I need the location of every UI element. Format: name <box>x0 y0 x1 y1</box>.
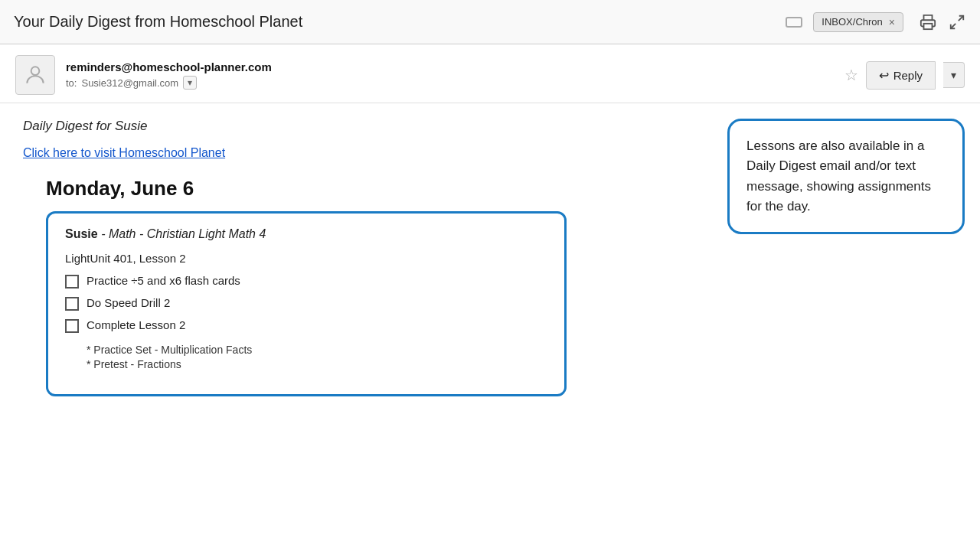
email-title: Your Daily Digest from Homeschool Planet <box>14 13 786 31</box>
expand-icon[interactable] <box>948 13 966 31</box>
reply-label: Reply <box>893 69 923 82</box>
svg-rect-0 <box>924 23 933 28</box>
lesson-unit: LightUnit 401, Lesson 2 <box>65 252 547 265</box>
task-checkbox-3[interactable] <box>65 319 79 333</box>
toolbar-icons <box>919 13 966 31</box>
to-dropdown-button[interactable]: ▾ <box>183 76 197 90</box>
svg-line-2 <box>951 23 956 28</box>
svg-point-3 <box>31 67 40 75</box>
task-item: Complete Lesson 2 * Practice Set - Multi… <box>65 318 547 373</box>
task-checkbox-1[interactable] <box>65 275 79 289</box>
lesson-subject: Susie - Math - Christian Light Math 4 <box>65 227 547 241</box>
to-label: to: <box>66 77 77 89</box>
task-label-1: Practice ÷5 and x6 flash cards <box>87 274 240 287</box>
star-button[interactable]: ☆ <box>844 66 858 84</box>
inbox-tab[interactable]: INBOX/Chron × <box>813 12 903 32</box>
task-checkbox-2[interactable] <box>65 297 79 311</box>
reply-dropdown-button[interactable]: ▾ <box>943 62 965 88</box>
task-item: Do Speed Drill 2 <box>65 296 547 311</box>
svg-line-1 <box>959 15 963 20</box>
lesson-card: Susie - Math - Christian Light Math 4 Li… <box>46 211 567 396</box>
sub-tasks: * Practice Set - Multiplication Facts * … <box>87 344 252 373</box>
reply-arrow-icon: ↩ <box>879 68 889 83</box>
title-bar: Your Daily Digest from Homeschool Planet… <box>0 0 980 44</box>
student-name: Susie <box>65 227 98 240</box>
email-body: Daily Digest for Susie Click here to vis… <box>0 103 980 412</box>
to-address: Susie312@gmail.com <box>81 77 178 89</box>
sender-to: to: Susie312@gmail.com ▾ <box>66 76 844 90</box>
visit-homeschool-link[interactable]: Click here to visit Homeschool Planet <box>23 146 225 160</box>
sender-email: reminders@homeschool-planner.com <box>66 60 844 73</box>
tab-close-button[interactable]: × <box>889 16 895 28</box>
avatar <box>15 55 55 95</box>
tooltip-text: Lessons are also available in a Daily Di… <box>746 139 931 214</box>
checkbox-icon[interactable] <box>786 17 802 28</box>
tab-label: INBOX/Chron <box>822 16 882 28</box>
sub-task-1: * Practice Set - Multiplication Facts <box>87 344 252 356</box>
sender-info: reminders@homeschool-planner.com to: Sus… <box>66 60 844 90</box>
task-list: Practice ÷5 and x6 flash cards Do Speed … <box>65 274 547 373</box>
task-item: Practice ÷5 and x6 flash cards <box>65 274 547 289</box>
sub-task-2: * Pretest - Fractions <box>87 358 252 370</box>
task-label-2: Do Speed Drill 2 <box>87 296 170 309</box>
email-actions: ☆ ↩ Reply ▾ <box>844 61 965 90</box>
tooltip-box: Lessons are also available in a Daily Di… <box>727 119 965 234</box>
task-label-3: Complete Lesson 2 <box>87 318 185 331</box>
lesson-subject-text: - Math - Christian Light Math 4 <box>101 227 266 240</box>
print-icon[interactable] <box>919 13 937 31</box>
email-header: reminders@homeschool-planner.com to: Sus… <box>0 44 980 103</box>
reply-button[interactable]: ↩ Reply <box>866 61 936 90</box>
